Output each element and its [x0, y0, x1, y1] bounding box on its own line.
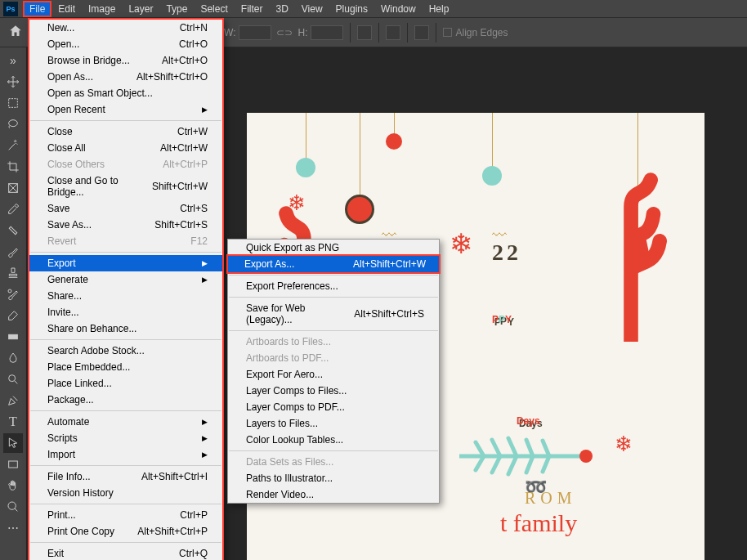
zoom-tool[interactable]: [3, 497, 23, 517]
path-op-button[interactable]: [357, 25, 372, 40]
menubar-item-type[interactable]: Type: [159, 1, 194, 17]
menubar-item-help[interactable]: Help: [423, 1, 456, 17]
menu-item[interactable]: Version History: [29, 485, 222, 501]
wand-tool[interactable]: [3, 136, 23, 155]
menubar-item-plugins[interactable]: Plugins: [329, 1, 374, 17]
menu-item[interactable]: Browse in Bridge...Alt+Ctrl+O: [29, 52, 222, 69]
menu-item[interactable]: File Info...Alt+Shift+Ctrl+I: [29, 468, 222, 485]
headline-text: Days: [517, 350, 540, 444]
menubar-item-select[interactable]: Select: [194, 1, 234, 17]
menu-item[interactable]: Paths to Illustrator...: [228, 470, 439, 486]
svg-rect-7: [9, 461, 18, 468]
menu-item[interactable]: Layer Comps to PDF...: [228, 399, 439, 415]
menu-item[interactable]: Quick Export as PNG: [228, 240, 439, 256]
menu-item[interactable]: Place Linked...: [29, 375, 222, 392]
hand-tool[interactable]: [3, 476, 23, 495]
menubar-item-3d[interactable]: 3D: [269, 1, 294, 17]
width-field[interactable]: [239, 25, 271, 40]
width-label: W:: [224, 27, 235, 38]
home-icon[interactable]: [3, 24, 28, 42]
toolbar-more-icon[interactable]: ⋯: [3, 518, 23, 538]
menu-item[interactable]: Place Embedded...: [29, 359, 222, 375]
type-tool[interactable]: T: [3, 412, 23, 432]
ornament-icon: [386, 133, 402, 150]
menu-item[interactable]: ExitCtrl+Q: [29, 545, 222, 560]
menu-item[interactable]: Export▶: [29, 255, 222, 271]
pen-tool[interactable]: [3, 391, 23, 410]
dodge-tool[interactable]: [3, 370, 23, 389]
menu-separator: [229, 450, 438, 451]
menubar-item-filter[interactable]: Filter: [235, 1, 270, 17]
align-button[interactable]: [386, 25, 400, 40]
menu-item-label: Package...: [47, 394, 94, 405]
menu-item[interactable]: Generate▶: [29, 271, 222, 288]
brush-tool[interactable]: [3, 242, 23, 262]
menu-item-label: Open Recent: [47, 104, 105, 115]
decoration: [360, 113, 360, 199]
menu-item[interactable]: Open As...Alt+Shift+Ctrl+O: [29, 69, 222, 85]
height-field[interactable]: [311, 25, 343, 40]
menu-item[interactable]: SaveCtrl+S: [29, 200, 222, 217]
snowflake-icon: ❄: [615, 432, 633, 457]
menu-item[interactable]: Print...Ctrl+P: [29, 507, 222, 523]
menu-item[interactable]: Close AllAlt+Ctrl+W: [29, 140, 222, 156]
menu-item-label: Place Linked...: [47, 378, 112, 389]
menu-item-label: Artboards to Files...: [246, 336, 331, 347]
menu-item[interactable]: Share on Behance...: [29, 320, 222, 337]
menu-item: Close OthersAlt+Ctrl+P: [29, 156, 222, 172]
menu-item[interactable]: Save As...Shift+Ctrl+S: [29, 217, 222, 233]
menu-item[interactable]: Close and Go to Bridge...Shift+Ctrl+W: [29, 172, 222, 200]
menu-item-label: File Info...: [47, 471, 91, 482]
gradient-tool[interactable]: [3, 327, 23, 347]
menubar-item-image[interactable]: Image: [82, 1, 122, 17]
menubar-item-edit[interactable]: Edit: [51, 1, 82, 17]
menu-item[interactable]: Layers to Files...: [228, 415, 439, 432]
menu-item[interactable]: Open...Ctrl+O: [29, 36, 222, 52]
menubar-item-layer[interactable]: Layer: [122, 1, 159, 17]
rectangle-tool[interactable]: [3, 455, 23, 474]
frame-tool[interactable]: [3, 178, 23, 198]
menubar-item-file[interactable]: File: [23, 1, 51, 17]
link-icon[interactable]: ⊂⊃: [276, 27, 293, 38]
menu-item[interactable]: Open Recent▶: [29, 101, 222, 118]
menu-item-label: Artboards to PDF...: [246, 352, 329, 364]
collapse-icon[interactable]: »: [3, 51, 23, 70]
menu-item[interactable]: Render Video...: [228, 486, 439, 503]
menu-item[interactable]: Layer Comps to Files...: [228, 383, 439, 399]
headline-text: PPY: [492, 256, 512, 340]
menu-item[interactable]: Package...: [29, 392, 222, 408]
menu-item[interactable]: Automate▶: [29, 414, 222, 430]
menu-item[interactable]: Import▶: [29, 446, 222, 463]
stamp-tool[interactable]: [3, 263, 23, 283]
menu-item-label: Generate: [47, 274, 88, 285]
menu-item[interactable]: New...Ctrl+N: [29, 20, 222, 36]
path-select-tool[interactable]: [3, 433, 23, 453]
menu-item[interactable]: Invite...: [29, 304, 222, 320]
heal-tool[interactable]: [3, 221, 23, 240]
menu-item[interactable]: CloseCtrl+W: [29, 123, 222, 140]
menu-item[interactable]: Save for Web (Legacy)...Alt+Shift+Ctrl+S: [228, 300, 439, 328]
eraser-tool[interactable]: [3, 306, 23, 325]
align-edges-checkbox[interactable]: Align Edges: [443, 27, 508, 38]
menu-item[interactable]: Open as Smart Object...: [29, 85, 222, 101]
menu-item[interactable]: Search Adobe Stock...: [29, 343, 222, 359]
move-tool[interactable]: [3, 72, 23, 92]
subtext: t family: [500, 509, 577, 537]
arrange-button[interactable]: [414, 25, 429, 40]
menubar-item-window[interactable]: Window: [374, 1, 423, 17]
lasso-tool[interactable]: [3, 114, 23, 134]
menu-item[interactable]: Color Lookup Tables...: [228, 432, 439, 448]
blur-tool[interactable]: [3, 348, 23, 368]
eyedropper-tool[interactable]: [3, 199, 23, 219]
menu-item[interactable]: Export Preferences...: [228, 278, 439, 294]
history-brush-tool[interactable]: [3, 284, 23, 304]
menu-item[interactable]: Export For Aero...: [228, 366, 439, 383]
menu-item[interactable]: Scripts▶: [29, 430, 222, 446]
submenu-arrow-icon: ▶: [202, 105, 208, 114]
menu-item[interactable]: Export As...Alt+Shift+Ctrl+W: [226, 254, 441, 274]
marquee-tool[interactable]: [3, 93, 23, 113]
menu-item[interactable]: Print One CopyAlt+Shift+Ctrl+P: [29, 523, 222, 540]
menubar-item-view[interactable]: View: [295, 1, 329, 17]
menu-item[interactable]: Share...: [29, 288, 222, 304]
crop-tool[interactable]: [3, 157, 23, 177]
